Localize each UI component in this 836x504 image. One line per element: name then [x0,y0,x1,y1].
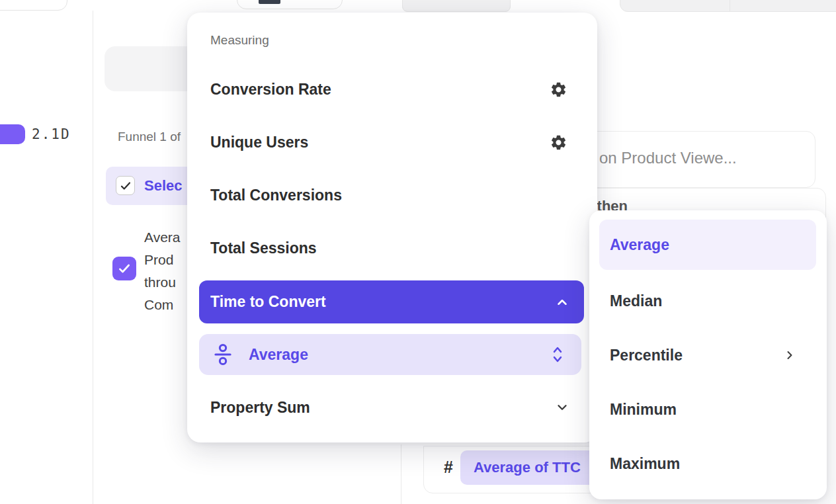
menu-subitem-label: Average [249,346,308,364]
menu-item-label: Time to Convert [210,293,326,311]
chart-icon [259,0,280,4]
toolbar-segment[interactable] [402,0,511,12]
menu-item-time-to-convert-selected[interactable]: Time to Convert [199,280,584,323]
step-description-line: Com [144,294,190,316]
menu-item-unique-users[interactable]: Unique Users [199,121,585,163]
menu-item-average-selected[interactable]: Average [599,220,816,270]
menu-item-label: Unique Users [210,134,308,151]
menu-item-label: Maximum [610,455,680,473]
menu-item-minimum[interactable]: Minimum [599,391,816,428]
checkbox-purple-checked[interactable] [112,257,136,280]
menu-item-conversion-rate[interactable]: Conversion Rate [199,68,585,110]
average-of-ttc-label: Average of TTC [474,459,581,476]
menu-item-label: Median [610,292,662,310]
step-description-line: Avera [144,226,190,249]
average-divide-icon [214,343,232,366]
chevron-right-icon [783,349,796,362]
toolbar-segment[interactable] [730,0,836,12]
menu-item-label: Conversion Rate [210,81,331,99]
measuring-menu-header: Measuring [210,33,269,48]
menu-item-label: Percentile [610,347,683,364]
step-description-line: throu [144,271,190,294]
menu-item-median[interactable]: Median [599,282,816,319]
menu-item-label: Total Conversions [210,187,342,204]
menu-item-total-conversions[interactable]: Total Conversions [199,174,585,216]
unfold-chevrons-icon [551,345,564,364]
chevron-up-icon [555,295,569,310]
funnel-counter-label: Funnel 1 of [118,130,181,144]
measuring-menu: Measuring Conversion Rate Unique Users T… [187,13,597,442]
step-description: Avera Prod throu Com [144,226,190,316]
numeric-type-icon: # [444,458,453,477]
chart-type-button[interactable] [237,0,343,9]
funnel-step-event-label: on Product Viewe... [599,149,737,167]
app-screen: Sear 2.1D Funnel 1 of Selec Avera Prod t… [0,0,836,504]
checkbox-checked[interactable] [116,176,135,195]
panel-divider [93,11,93,504]
gear-icon[interactable] [550,81,567,99]
menu-item-property-sum[interactable]: Property Sum [199,386,585,429]
gear-icon[interactable] [550,134,567,151]
menu-item-total-sessions[interactable]: Total Sessions [199,227,585,269]
panel-divider [401,444,401,504]
toolbar-segment[interactable] [620,0,730,12]
series-legend-swatch[interactable] [0,124,25,144]
menu-subitem-average[interactable]: Average [199,334,581,375]
checkmark-icon [120,180,132,192]
menu-item-label: Minimum [610,401,677,419]
aggregation-menu: Average Median Percentile Minimum Maximu… [589,210,827,499]
checkmark-icon [118,262,131,275]
selected-measurement-label: Selec [144,177,183,194]
step-description-line: Prod [144,249,190,271]
menu-item-percentile[interactable]: Percentile [599,337,816,374]
menu-item-label: Average [610,236,669,254]
menu-item-maximum[interactable]: Maximum [599,445,816,482]
menu-item-label: Total Sessions [210,239,317,257]
top-left-partial-card [0,0,67,11]
chevron-down-icon [555,400,569,415]
menu-item-label: Property Sum [210,399,310,417]
series-legend-label: 2.1D [32,126,71,142]
